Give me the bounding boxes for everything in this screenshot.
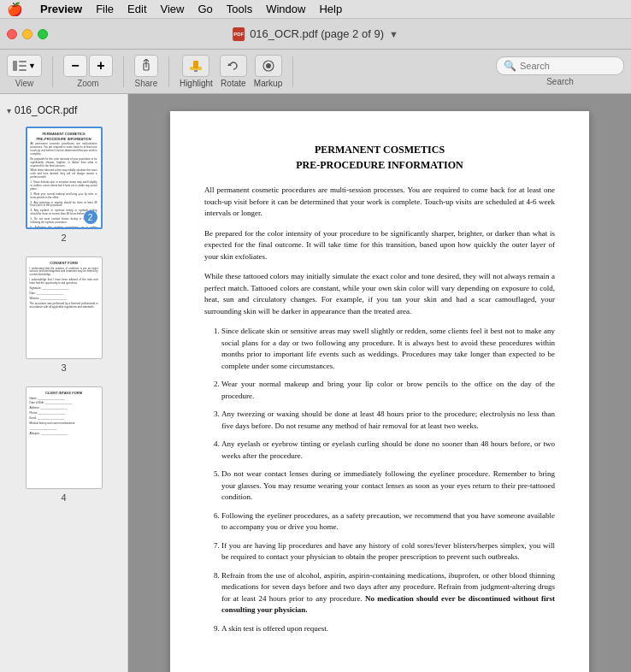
thumbnail-page-4[interactable]: CLIENT INTAKE FORM Name: _______________… [0, 380, 127, 510]
list-item-9: A skin test is offered upon request. [221, 623, 555, 635]
title-dropdown-arrow[interactable]: ▼ [389, 29, 398, 39]
menu-go[interactable]: Go [198, 3, 212, 15]
rotate-label: Rotate [221, 79, 245, 88]
list-item-7: If you are having lip procedures and hav… [221, 540, 555, 563]
title-bar: PDF 016_OCR.pdf (page 2 of 9) ▼ [0, 19, 631, 50]
pdf-title: PERMANENT COSMETICS PRE-PROCEDURE INFORM… [204, 142, 555, 173]
window-title: 016_OCR.pdf (page 2 of 9) [250, 27, 384, 40]
rotate-group: Rotate [220, 55, 247, 88]
list-item-6: Following the eyeliner procedures, as a … [221, 510, 555, 533]
pdf-page: PERMANENT COSMETICS PRE-PROCEDURE INFORM… [170, 111, 589, 672]
pdf-icon: PDF [233, 27, 245, 41]
menu-window[interactable]: Window [266, 3, 305, 15]
svg-rect-2 [19, 65, 27, 67]
svg-rect-0 [13, 61, 17, 71]
separator-4 [292, 56, 293, 87]
zoom-out-button[interactable]: − [63, 55, 87, 77]
search-input[interactable] [520, 61, 616, 71]
list-item-4: Any eyelash or eyebrow tinting or eyelas… [221, 439, 555, 462]
thumb-frame-4: CLIENT INTAKE FORM Name: _______________… [26, 386, 103, 489]
fullscreen-button[interactable] [38, 29, 48, 39]
pdf-paragraph-1: All permanent cosmetic procedures are mu… [204, 185, 555, 220]
markup-button[interactable] [255, 55, 282, 77]
zoom-label: Zoom [77, 79, 99, 88]
thumbnail-page-2[interactable]: PERMANENT COSMETICSPRE-PROCEDURE INFORMA… [0, 120, 127, 250]
search-label: Search [546, 77, 574, 86]
view-label: View [15, 79, 34, 88]
app-name[interactable]: Preview [40, 3, 82, 15]
share-group: Share [134, 55, 158, 88]
highlight-group: Highlight [180, 55, 213, 88]
menu-view[interactable]: View [161, 3, 185, 15]
separator-1 [52, 56, 53, 87]
thumb-frame-2: PERMANENT COSMETICSPRE-PROCEDURE INFORMA… [26, 127, 103, 229]
highlight-button[interactable] [182, 55, 209, 77]
rotate-button[interactable] [220, 55, 247, 77]
markup-label: Markup [254, 79, 282, 88]
menu-edit[interactable]: Edit [127, 3, 146, 15]
separator-3 [168, 56, 169, 87]
thumb-num-2: 2 [61, 233, 66, 243]
toolbar: ▼ View − + Zoom Share [0, 50, 631, 94]
search-input-wrap[interactable]: 🔍 [496, 56, 624, 75]
pdf-list: Since delicate skin or sensitive areas m… [221, 326, 555, 634]
list-item-5: Do not wear contact lenses during or imm… [221, 469, 555, 504]
svg-rect-7 [194, 70, 198, 72]
menu-bar: 🍎 Preview File Edit View Go Tools Window… [0, 0, 631, 19]
page-badge-2: 2 [84, 210, 97, 224]
zoom-in-button[interactable]: + [89, 55, 113, 77]
window-controls [7, 29, 48, 39]
svg-rect-3 [19, 69, 27, 71]
sidebar: ▾ 016_OCR.pdf PERMANENT COSMETICSPRE-PRO… [0, 94, 128, 672]
list-item-3: Any tweezing or waxing should be done at… [221, 409, 555, 432]
search-icon: 🔍 [504, 60, 516, 72]
pdf-paragraph-2: Be prepared for the color intensity of y… [204, 228, 555, 263]
separator-2 [123, 56, 124, 87]
sidebar-chevron-icon: ▾ [7, 106, 11, 115]
share-button[interactable] [134, 55, 158, 77]
sidebar-filename: 016_OCR.pdf [15, 104, 77, 116]
thumb-content-4: CLIENT INTAKE FORM Name: _______________… [30, 391, 98, 436]
pdf-view-area[interactable]: PERMANENT COSMETICS PRE-PROCEDURE INFORM… [128, 94, 631, 672]
highlight-label: Highlight [180, 79, 213, 88]
zoom-group: − + Zoom [63, 55, 113, 88]
markup-group: Markup [254, 55, 282, 88]
menu-file[interactable]: File [96, 3, 114, 15]
main-area: ▾ 016_OCR.pdf PERMANENT COSMETICSPRE-PRO… [0, 94, 631, 672]
svg-point-10 [266, 63, 271, 68]
svg-rect-1 [19, 61, 27, 62]
thumb-num-3: 3 [61, 363, 66, 373]
thumb-num-4: 4 [61, 492, 66, 503]
view-group: ▼ View [7, 55, 42, 88]
menu-tools[interactable]: Tools [227, 3, 252, 15]
thumbnail-page-3[interactable]: CONSENT FORM I understand that the pract… [0, 250, 127, 380]
list-item-2: Wear your normal makeup and bring your l… [221, 379, 555, 402]
list-item-8-bold: No medication should ever be discontinue… [221, 594, 555, 615]
sidebar-header[interactable]: ▾ 016_OCR.pdf [0, 101, 127, 120]
list-item-8: Refrain from the use of alcohol, aspirin… [221, 570, 555, 616]
list-item-1: Since delicate skin or sensitive areas m… [221, 326, 555, 372]
search-group: 🔍 Search [496, 56, 624, 86]
close-button[interactable] [7, 29, 17, 39]
title-center: PDF 016_OCR.pdf (page 2 of 9) ▼ [233, 27, 398, 41]
pdf-body: All permanent cosmetic procedures are mu… [204, 185, 555, 634]
minimize-button[interactable] [22, 29, 32, 39]
svg-rect-6 [193, 61, 198, 68]
thumb-frame-3: CONSENT FORM I understand that the pract… [26, 256, 103, 359]
pdf-paragraph-3: While these tattooed colors may initiall… [204, 271, 555, 317]
share-label: Share [135, 79, 158, 88]
apple-menu[interactable]: 🍎 [7, 2, 23, 17]
menu-help[interactable]: Help [319, 3, 342, 15]
sidebar-toggle-button[interactable]: ▼ [7, 55, 42, 77]
thumb-content-3: CONSENT FORM I understand that the pract… [30, 261, 98, 309]
